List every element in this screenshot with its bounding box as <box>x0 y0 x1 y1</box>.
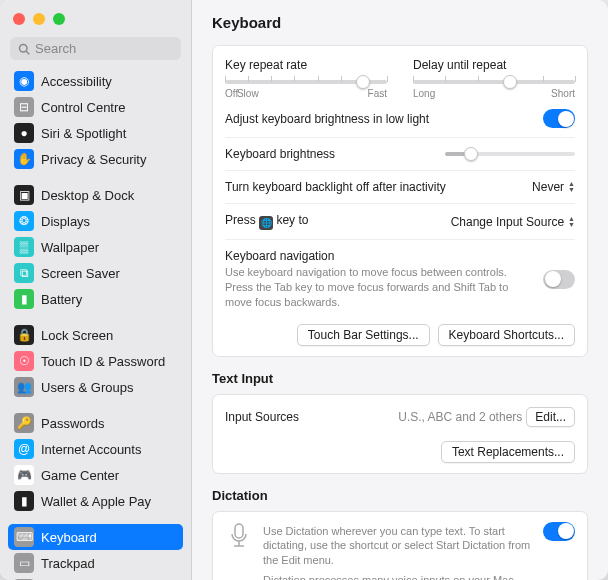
sidebar-item-trackpad[interactable]: ▭Trackpad <box>8 550 183 576</box>
legend-slow: Slow <box>237 88 259 99</box>
backlight-off-label: Turn keyboard backlight off after inacti… <box>225 180 446 194</box>
main-panel: Keyboard Key repeat rate Off Slow Fast <box>192 0 608 580</box>
page-title: Keyboard <box>212 14 588 31</box>
sidebar-item-internet-accounts[interactable]: @Internet Accounts <box>8 436 183 462</box>
svg-line-1 <box>26 51 29 54</box>
sidebar-item-label: Internet Accounts <box>41 442 141 457</box>
sidebar-item-wallpaper[interactable]: ▒Wallpaper <box>8 234 183 260</box>
window-controls <box>0 0 191 33</box>
microphone-icon <box>225 522 253 550</box>
dictation-toggle[interactable] <box>543 522 575 541</box>
sidebar-icon: ▣ <box>14 185 34 205</box>
legend-long: Long <box>413 88 435 99</box>
sidebar-item-label: Wallet & Apple Pay <box>41 494 151 509</box>
sidebar-item-label: Touch ID & Password <box>41 354 165 369</box>
brightness-slider[interactable] <box>445 152 575 156</box>
sidebar-item-printers-scanners[interactable]: ⎙Printers & Scanners <box>8 576 183 580</box>
legend-short: Short <box>551 88 575 99</box>
keyboard-card: Key repeat rate Off Slow Fast Delay unti… <box>212 45 588 357</box>
sidebar-item-desktop-dock[interactable]: ▣Desktop & Dock <box>8 182 183 208</box>
sidebar-item-control-centre[interactable]: ⊟Control Centre <box>8 94 183 120</box>
nav-sub: Use keyboard navigation to move focus be… <box>225 265 533 310</box>
sidebar-item-game-center[interactable]: 🎮Game Center <box>8 462 183 488</box>
delay-until-repeat: Delay until repeat Long Short <box>413 58 575 99</box>
sidebar-item-label: Displays <box>41 214 90 229</box>
sidebar-item-wallet-apple-pay[interactable]: ▮Wallet & Apple Pay <box>8 488 183 514</box>
press-key-select[interactable]: Change Input Source ▲▼ <box>451 215 575 229</box>
keyboard-shortcuts-button[interactable]: Keyboard Shortcuts... <box>438 324 575 346</box>
dictation-desc-2: Dictation processes many voice inputs on… <box>263 573 533 580</box>
sidebar-icon: ▒ <box>14 237 34 257</box>
sidebar-item-label: Accessibility <box>41 74 112 89</box>
sidebar-item-label: Desktop & Dock <box>41 188 134 203</box>
sidebar-icon: ▮ <box>14 491 34 511</box>
sidebar-item-battery[interactable]: ▮Battery <box>8 286 183 312</box>
key-repeat-rate: Key repeat rate Off Slow Fast <box>225 58 387 99</box>
press-suffix: key to <box>276 213 308 227</box>
input-sources-value: U.S., ABC and 2 others <box>398 410 522 424</box>
dictation-desc-1: Use Dictation wherever you can type text… <box>263 524 533 569</box>
text-input-title: Text Input <box>212 371 588 386</box>
sidebar-icon: 🔑 <box>14 413 34 433</box>
search-box[interactable] <box>10 37 181 60</box>
sidebar-nav: ◉Accessibility⊟Control Centre●Siri & Spo… <box>0 68 191 580</box>
lowlight-toggle[interactable] <box>543 109 575 128</box>
delay-slider[interactable] <box>413 80 575 84</box>
sidebar-item-screen-saver[interactable]: ⧉Screen Saver <box>8 260 183 286</box>
sidebar-item-touch-id-password[interactable]: ☉Touch ID & Password <box>8 348 183 374</box>
sidebar-item-siri-spotlight[interactable]: ●Siri & Spotlight <box>8 120 183 146</box>
sidebar-icon: 👥 <box>14 377 34 397</box>
svg-rect-2 <box>235 524 243 538</box>
sidebar-icon: ⌨ <box>14 527 34 547</box>
backlight-off-value: Never <box>532 180 564 194</box>
sidebar-icon: ☉ <box>14 351 34 371</box>
sidebar-item-label: Wallpaper <box>41 240 99 255</box>
lowlight-label: Adjust keyboard brightness in low light <box>225 112 429 126</box>
legend-fast: Fast <box>368 88 387 99</box>
repeat-sliders: Key repeat rate Off Slow Fast Delay unti… <box>225 56 575 103</box>
text-input-card: Input Sources U.S., ABC and 2 others Edi… <box>212 394 588 474</box>
dictation-title: Dictation <box>212 488 588 503</box>
sidebar-item-passwords[interactable]: 🔑Passwords <box>8 410 183 436</box>
updown-icon: ▲▼ <box>568 216 575 228</box>
sidebar-icon: 🎮 <box>14 465 34 485</box>
sidebar-item-label: Users & Groups <box>41 380 133 395</box>
input-sources-edit-button[interactable]: Edit... <box>526 407 575 427</box>
svg-point-0 <box>20 44 28 52</box>
globe-icon: 🌐 <box>259 216 273 230</box>
settings-window: ◉Accessibility⊟Control Centre●Siri & Spo… <box>0 0 608 580</box>
slider-thumb[interactable] <box>356 75 370 89</box>
slider-thumb[interactable] <box>503 75 517 89</box>
minimize-icon[interactable] <box>33 13 45 25</box>
sidebar-item-keyboard[interactable]: ⌨Keyboard <box>8 524 183 550</box>
sidebar-icon: ⧉ <box>14 263 34 283</box>
key-repeat-rate-label: Key repeat rate <box>225 58 387 72</box>
key-repeat-rate-slider[interactable] <box>225 80 387 84</box>
brightness-label: Keyboard brightness <box>225 147 335 161</box>
text-replacements-button[interactable]: Text Replacements... <box>441 441 575 463</box>
sidebar-item-accessibility[interactable]: ◉Accessibility <box>8 68 183 94</box>
nav-toggle[interactable] <box>543 270 575 289</box>
sidebar-item-privacy-security[interactable]: ✋Privacy & Security <box>8 146 183 172</box>
sidebar-item-label: Passwords <box>41 416 105 431</box>
backlight-off-select[interactable]: Never ▲▼ <box>532 180 575 194</box>
sidebar-icon: 🔒 <box>14 325 34 345</box>
sidebar-icon: ✋ <box>14 149 34 169</box>
search-input[interactable] <box>35 41 173 56</box>
sidebar-item-displays[interactable]: ❂Displays <box>8 208 183 234</box>
press-prefix: Press <box>225 213 256 227</box>
sidebar-item-lock-screen[interactable]: 🔒Lock Screen <box>8 322 183 348</box>
touchbar-settings-button[interactable]: Touch Bar Settings... <box>297 324 430 346</box>
sidebar-item-users-groups[interactable]: 👥Users & Groups <box>8 374 183 400</box>
sidebar-icon: ● <box>14 123 34 143</box>
input-sources-label: Input Sources <box>225 410 299 424</box>
sidebar-item-label: Siri & Spotlight <box>41 126 126 141</box>
sidebar-icon: ▮ <box>14 289 34 309</box>
updown-icon: ▲▼ <box>568 181 575 193</box>
sidebar-item-label: Trackpad <box>41 556 95 571</box>
delay-label: Delay until repeat <box>413 58 575 72</box>
close-icon[interactable] <box>13 13 25 25</box>
zoom-icon[interactable] <box>53 13 65 25</box>
sidebar-icon: @ <box>14 439 34 459</box>
sidebar-item-label: Battery <box>41 292 82 307</box>
